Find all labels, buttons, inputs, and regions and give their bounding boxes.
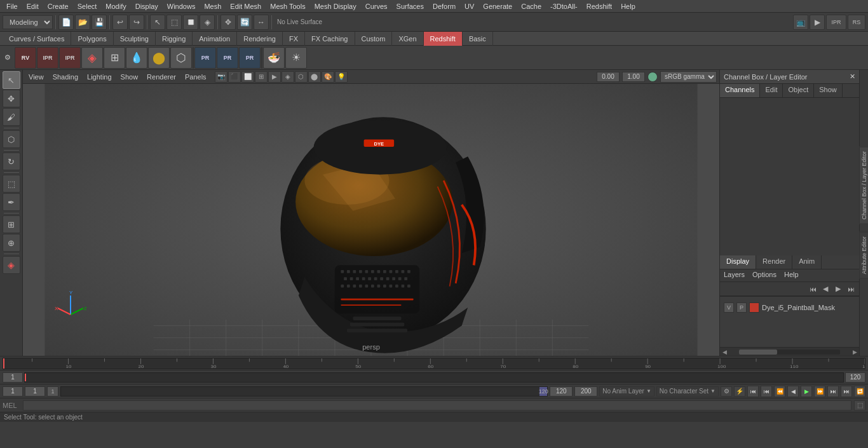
mel-input[interactable] bbox=[23, 400, 851, 411]
char-set-btn[interactable]: ⚡ bbox=[734, 386, 745, 397]
render-btn[interactable]: ▶ bbox=[810, 15, 825, 30]
snap-grid-btn[interactable]: ⊞ bbox=[3, 215, 20, 233]
shelf-tab-custom[interactable]: Custom bbox=[355, 32, 393, 46]
save-scene-btn[interactable]: 💾 bbox=[92, 15, 107, 30]
end-frame-field[interactable] bbox=[845, 372, 865, 383]
play-next-key-btn[interactable]: ⏭ bbox=[827, 386, 839, 397]
attribute-editor-tab[interactable]: Attribute Editor bbox=[859, 232, 869, 279]
shelf-tab-redshift[interactable]: Redshift bbox=[424, 32, 463, 46]
shelf-pr-btn[interactable] bbox=[193, 47, 194, 69]
redo-btn[interactable]: ↪ bbox=[129, 15, 144, 30]
mel-script-editor-btn[interactable]: ⬚ bbox=[854, 400, 865, 411]
scroll-right-btn[interactable]: ▶ bbox=[850, 349, 859, 355]
paint-tool-btn[interactable]: 🖌 bbox=[3, 108, 20, 126]
menu-file[interactable]: File bbox=[3, 1, 22, 11]
anim-end-field[interactable] bbox=[574, 386, 597, 397]
scroll-thumb[interactable] bbox=[739, 350, 777, 355]
vp-color-icon[interactable] bbox=[648, 72, 658, 82]
transform-btn[interactable]: ✥ bbox=[220, 15, 236, 30]
vp-isolate-icon[interactable]: ◈ bbox=[281, 71, 294, 83]
help-menu[interactable]: Help bbox=[780, 269, 803, 282]
shelf-tab-animation[interactable]: Animation bbox=[193, 32, 237, 46]
prefs-btn[interactable]: ⚙ bbox=[721, 386, 732, 397]
workspace-dropdown[interactable]: Modeling bbox=[3, 15, 53, 29]
menu-uv[interactable]: UV bbox=[461, 1, 478, 11]
shelf-pr4-btn[interactable]: PR bbox=[239, 47, 261, 69]
panel-close-btn[interactable]: ✕ bbox=[850, 72, 855, 81]
channel-box-layer-editor-tab[interactable]: Channel Box / Layer Editor bbox=[859, 147, 869, 224]
shelf-tube-btn[interactable]: ⬡ bbox=[170, 47, 192, 69]
menu-meshtools[interactable]: Mesh Tools bbox=[266, 1, 309, 11]
vp-menu-renderer[interactable]: Renderer bbox=[144, 72, 179, 82]
render-settings-btn[interactable]: 📺 bbox=[793, 15, 808, 30]
menu-mesh[interactable]: Mesh bbox=[200, 1, 225, 11]
lasso-tool-btn[interactable]: ✒ bbox=[3, 193, 20, 211]
menu-modify[interactable]: Modify bbox=[102, 1, 130, 11]
ch-tab-show[interactable]: Show bbox=[814, 84, 843, 97]
shelf-settings-btn[interactable]: ⚙ bbox=[1, 47, 14, 69]
play-next-frame-btn[interactable]: ⏩ bbox=[814, 386, 825, 397]
shelf-tab-rigging[interactable]: Rigging bbox=[156, 32, 193, 46]
shelf-ipr2-btn[interactable]: IPR bbox=[59, 47, 81, 69]
current-frame-field[interactable] bbox=[3, 372, 23, 383]
shelf-bowl-btn[interactable]: 🍜 bbox=[263, 47, 285, 69]
ch-tab-object[interactable]: Object bbox=[783, 84, 814, 97]
shelf-pr2-btn[interactable]: PR bbox=[194, 47, 216, 69]
viewport-3d[interactable]: DYE Z bbox=[23, 84, 719, 356]
ch-tab-channels[interactable]: Channels bbox=[720, 84, 760, 97]
layer-back-btn[interactable]: ◀ bbox=[820, 283, 831, 295]
scroll-left-btn[interactable]: ◀ bbox=[720, 349, 729, 355]
rs-btn[interactable]: RS bbox=[848, 15, 865, 30]
vp-value2[interactable] bbox=[622, 72, 645, 82]
shelf-grid-btn[interactable]: ⊞ bbox=[104, 47, 125, 69]
menu-generate[interactable]: Generate bbox=[479, 1, 516, 11]
scale-btn[interactable]: ↔ bbox=[254, 15, 269, 30]
vp-menu-panels[interactable]: Panels bbox=[182, 72, 210, 82]
frame-field-1[interactable] bbox=[3, 386, 23, 397]
vp-filmgate-icon[interactable]: ⬛ bbox=[228, 71, 241, 83]
vp-menu-shading[interactable]: Shading bbox=[50, 72, 81, 82]
shelf-tab-sculpting[interactable]: Sculpting bbox=[114, 32, 156, 46]
play-loop-btn[interactable]: 🔁 bbox=[854, 386, 865, 397]
play-prev-key-btn[interactable]: ⏮ bbox=[761, 386, 772, 397]
shelf-rv-btn[interactable]: RV bbox=[15, 47, 36, 69]
rotate-btn[interactable]: 🔄 bbox=[237, 15, 252, 30]
snap-point-btn[interactable]: ⊕ bbox=[3, 234, 20, 252]
vp-menu-show[interactable]: Show bbox=[118, 72, 142, 82]
move-tool-btn[interactable]: ✥ bbox=[3, 90, 20, 107]
menu-meshdisplay[interactable]: Mesh Display bbox=[311, 1, 360, 11]
select-btn[interactable]: ↖ bbox=[150, 15, 165, 30]
vp-grid-icon[interactable]: ⊞ bbox=[255, 71, 268, 83]
vp-texture-icon[interactable]: 🎨 bbox=[322, 71, 334, 83]
range-track[interactable]: 120 bbox=[60, 386, 548, 397]
vp-menu-view[interactable]: View bbox=[25, 72, 47, 82]
shelf-light-btn[interactable]: ☀ bbox=[285, 47, 307, 69]
play-skip-end-btn[interactable]: ⏭ bbox=[841, 386, 852, 397]
marquee-tool-btn[interactable]: ⬚ bbox=[3, 175, 20, 193]
vp-light-icon[interactable]: 💡 bbox=[335, 71, 348, 83]
menu-help[interactable]: Help bbox=[617, 1, 639, 11]
layer-skip-fwd-btn[interactable]: ⏭ bbox=[845, 283, 857, 295]
no-anim-layer-dropdown[interactable]: No Anim Layer ▼ bbox=[599, 386, 654, 397]
menu-3dtoall[interactable]: -3DtoAll- bbox=[546, 1, 581, 11]
layer-visibility-btn[interactable]: V bbox=[724, 302, 734, 313]
play-fwd-btn[interactable]: ▶ bbox=[801, 386, 812, 397]
no-char-set-dropdown[interactable]: No Character Set ▼ bbox=[656, 386, 719, 397]
shelf-ipr-btn[interactable]: IPR bbox=[37, 47, 58, 69]
snap-btn[interactable]: 🔲 bbox=[183, 15, 198, 30]
shelf-tab-xgen[interactable]: XGen bbox=[392, 32, 423, 46]
undo-btn[interactable]: ↩ bbox=[112, 15, 128, 30]
menu-edit[interactable]: Edit bbox=[23, 1, 43, 11]
new-scene-btn[interactable]: 📄 bbox=[58, 15, 74, 30]
ipr-btn[interactable]: IPR bbox=[826, 15, 846, 30]
rs-icon-btn[interactable]: ◈ bbox=[3, 256, 20, 274]
shelf-tab-curves[interactable]: Curves / Surfaces bbox=[3, 32, 71, 46]
select-tool-btn[interactable]: ↖ bbox=[3, 71, 20, 89]
shelf-tab-rendering[interactable]: Rendering bbox=[237, 32, 283, 46]
menu-editmesh[interactable]: Edit Mesh bbox=[226, 1, 265, 11]
menu-curves[interactable]: Curves bbox=[362, 1, 391, 11]
menu-cache[interactable]: Cache bbox=[517, 1, 545, 11]
vp-resolution-icon[interactable]: ⬜ bbox=[241, 71, 254, 83]
shelf-drop-btn[interactable]: 💧 bbox=[126, 47, 147, 69]
disp-tab-render[interactable]: Render bbox=[756, 255, 792, 269]
